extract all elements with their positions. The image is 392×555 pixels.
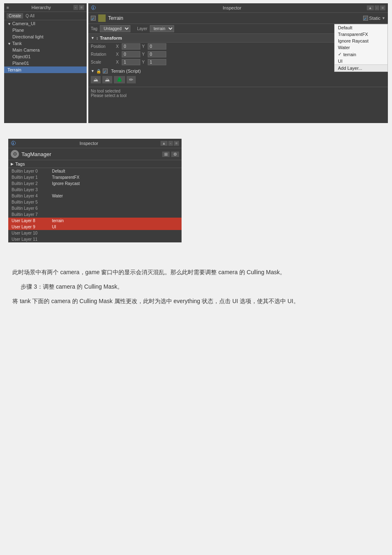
transform-arrow-icon: ↕: [96, 36, 98, 40]
hierarchy-item-plane[interactable]: Plane: [4, 27, 87, 33]
inspector2-title: Inspector: [80, 141, 98, 146]
second-inspector-wrapper: 🛈 Inspector ▲ - ≡ ⚙ TagManager ⊞ ⚙ ▶ Tag…: [0, 139, 392, 242]
layer-option-default[interactable]: Default: [335, 24, 387, 31]
inspector-obj-row: Terrain Static ▼: [88, 13, 388, 24]
hierarchy-item-camera_ui[interactable]: Camera_UI: [4, 20, 87, 27]
layer-row-0: Builtin Layer 0 Default: [8, 168, 182, 174]
tag-dropdown[interactable]: Untagged: [100, 25, 130, 32]
paragraph1: 此时场景中有两个 camera，game 窗口中的显示会消灭混乱。那么此时需要调…: [12, 267, 380, 278]
inspector-controls: ▲ - ≡: [367, 5, 385, 10]
tags-section-header: ▶ Tags: [8, 160, 182, 168]
top-panels: ≡ Hierarchy - ≡ Create Q·All Camera_UI P…: [0, 0, 392, 126]
layer-option-transparentfx[interactable]: TransparentFX: [335, 31, 387, 38]
object-icon: [98, 14, 106, 22]
scale-y-input[interactable]: [148, 59, 166, 65]
search-all-label: Q·All: [26, 14, 35, 18]
terrain-raise-btn[interactable]: ⛰: [91, 76, 101, 83]
layer-option-ui[interactable]: UI: [335, 58, 387, 64]
layer-label: Layer: [137, 26, 147, 31]
rotation-label: Rotation: [91, 52, 113, 57]
no-tool-section: No tool selected Please select a tool: [88, 87, 388, 100]
inspector-icon: 🛈: [91, 5, 96, 11]
tm-menu-btn[interactable]: ▲: [161, 141, 168, 146]
tag-manager-object-row: ⚙ TagManager ⊞ ⚙: [8, 148, 182, 160]
paragraph2: 将 tank 下面的 camera 的 Culling Mask 属性更改，此时…: [12, 296, 380, 306]
script-active-checkbox[interactable]: [103, 69, 108, 74]
static-checkbox[interactable]: [363, 16, 368, 21]
transform-label: Transform: [100, 36, 122, 40]
hierarchy-item-object01[interactable]: Object01: [4, 53, 87, 60]
right-panel-wrapper: 🛈 Inspector ▲ - ≡ Terrain Static ▼: [88, 3, 388, 123]
hierarchy-item-plane01[interactable]: Plane01: [4, 60, 87, 66]
hierarchy-close-btn[interactable]: ≡: [79, 5, 84, 10]
tm-close-btn[interactable]: -: [168, 141, 173, 146]
layer-dropdown[interactable]: terrain: [150, 25, 174, 32]
layer-row-9[interactable]: User Layer 9 UI: [8, 224, 182, 230]
inspector-close-btn[interactable]: -: [375, 5, 379, 10]
hierarchy-item-directional-light[interactable]: Directional light: [4, 33, 87, 40]
static-dropdown-btn[interactable]: ▼: [382, 16, 385, 20]
hierarchy-title: Hierarchy: [31, 5, 51, 10]
hierarchy-item-main-camera[interactable]: Main Camera: [4, 47, 87, 53]
layer-row-6: Builtin Layer 6: [8, 205, 182, 211]
scale-x-input[interactable]: [122, 59, 140, 65]
rotation-y-input[interactable]: [148, 51, 166, 57]
tm-grid-icon-btn[interactable]: ⊞: [162, 152, 170, 157]
script-label: Terrain (Script): [111, 69, 141, 74]
layer-row-10: User Layer 10: [8, 230, 182, 236]
layer-row-4: Builtin Layer 4 Water: [8, 193, 182, 199]
tag-manager-action-icons: ⊞ ⚙: [162, 152, 179, 157]
layer-row-7: Builtin Layer 7: [8, 211, 182, 218]
tags-expand-icon: ▶: [11, 162, 14, 166]
layer-check-icon: ✓: [338, 52, 342, 57]
hierarchy-item-tank[interactable]: Tank: [4, 40, 87, 47]
position-x-input[interactable]: [122, 43, 140, 50]
layer-row-3: Builtin Layer 3: [8, 187, 182, 193]
terrain-settings-btn[interactable]: ✏: [127, 76, 136, 83]
hierarchy-item-terrain[interactable]: Terrain: [4, 66, 87, 73]
rotation-y-label: Y: [142, 52, 146, 57]
scale-x-label: X: [116, 60, 120, 64]
gear-icon: ⚙: [11, 150, 19, 158]
layer-list: Builtin Layer 0 Default Builtin Layer 1 …: [8, 168, 182, 242]
inspector-options-btn[interactable]: ≡: [380, 5, 385, 10]
tm-settings-icon-btn[interactable]: ⚙: [171, 152, 179, 157]
inspector2-icon: 🛈: [11, 140, 16, 146]
tm-options-btn[interactable]: ≡: [174, 141, 179, 146]
layer-option-terrain[interactable]: ✓ terrain: [335, 51, 387, 58]
layer-option-ignore-raycast[interactable]: Ignore Raycast: [335, 38, 387, 44]
hierarchy-toolbar: Create Q·All: [4, 12, 87, 20]
position-y-label: Y: [142, 44, 146, 49]
layer-row-8[interactable]: User Layer 8 terrain: [8, 218, 182, 224]
static-label: Static: [369, 16, 381, 21]
tag-manager-panel: 🛈 Inspector ▲ - ≡ ⚙ TagManager ⊞ ⚙ ▶ Tag…: [8, 139, 182, 242]
position-label: Position: [91, 44, 113, 49]
script-collapse-icon: ▼: [91, 69, 94, 73]
hierarchy-icon: ≡: [7, 5, 9, 10]
text-content-area: 此时场景中有两个 camera，game 窗口中的显示会消灭混乱。那么此时需要调…: [0, 259, 392, 319]
position-y-input[interactable]: [148, 43, 166, 50]
active-checkbox[interactable]: [91, 16, 96, 21]
tag-manager-name: TagManager: [21, 151, 51, 157]
add-layer-button[interactable]: Add Layer...: [335, 64, 387, 71]
script-lock-icon: 🔒: [96, 69, 101, 74]
tag-manager-controls: ▲ - ≡: [161, 141, 179, 146]
hierarchy-controls: - ≡: [73, 5, 84, 10]
rotation-x-label: X: [116, 52, 120, 57]
tags-label: Tags: [15, 161, 25, 166]
layer-row-5: Builtin Layer 5: [8, 199, 182, 205]
layer-dropdown-panel: Default TransparentFX Ignore Raycast Wat…: [334, 24, 388, 72]
create-button[interactable]: Create: [7, 13, 23, 19]
step-label: 步骤 3：调整 camera 的 Culling Mask。: [21, 282, 380, 292]
inspector-title-bar: 🛈 Inspector ▲ - ≡: [88, 3, 388, 13]
terrain-tree-btn[interactable]: 🌲: [114, 76, 125, 83]
layer-option-water[interactable]: Water: [335, 44, 387, 51]
layer-row-1: Builtin Layer 1 TransparentFX: [8, 174, 182, 180]
please-select-label: Please select a tool: [91, 93, 385, 98]
hierarchy-menu-btn[interactable]: -: [73, 5, 78, 10]
tag-manager-title-bar: 🛈 Inspector ▲ - ≡: [8, 139, 182, 148]
inspector-menu-btn[interactable]: ▲: [367, 5, 374, 10]
object-name: Terrain: [108, 15, 361, 21]
rotation-x-input[interactable]: [122, 51, 140, 57]
terrain-paint-btn[interactable]: ⛰: [102, 76, 112, 83]
